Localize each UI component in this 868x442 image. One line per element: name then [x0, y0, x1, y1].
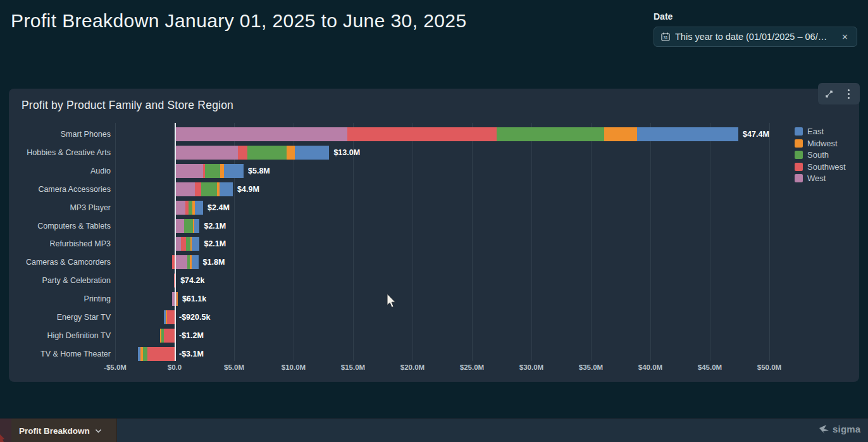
category-label: Audio — [13, 167, 111, 175]
chart-card: Profit by Product Family and Store Regio… — [9, 89, 859, 382]
kebab-menu-icon[interactable] — [840, 85, 857, 102]
bar-segment-southwest[interactable] — [167, 310, 175, 324]
bar-segment-southwest[interactable] — [147, 347, 175, 361]
legend-label: Midwest — [807, 139, 838, 148]
x-gridline — [650, 123, 651, 361]
x-gridline — [591, 123, 592, 361]
x-gridline — [769, 123, 770, 361]
category-label: Energy Star TV — [13, 313, 111, 322]
bar-value-label: -$1.2M — [179, 331, 204, 340]
category-label: Cameras & Camcorders — [13, 258, 111, 267]
bar-segment-west[interactable] — [175, 182, 195, 196]
legend-swatch — [795, 151, 803, 159]
bar-segment-southwest[interactable] — [238, 146, 247, 160]
category-label: MP3 Player — [13, 203, 111, 212]
bar-segment-south[interactable] — [143, 347, 147, 361]
bar-segment-southwest[interactable] — [181, 237, 186, 251]
x-axis-tick-label: $20.0M — [392, 363, 433, 371]
bar-segment-east[interactable] — [192, 255, 199, 269]
expand-icon[interactable] — [821, 85, 838, 102]
date-filter: Date 31 This year to date (01/01/2025 – … — [654, 11, 857, 47]
category-label: Computers & Tablets — [13, 222, 111, 230]
bar-segment-southwest[interactable] — [195, 182, 201, 196]
bar-value-label: $13.0M — [333, 148, 360, 157]
bar-segment-south[interactable] — [497, 127, 604, 141]
category-label: Hobbies & Creative Arts — [13, 148, 111, 157]
date-filter-pill[interactable]: 31 This year to date (01/01/2025 – 06/… … — [654, 27, 857, 47]
bar-segment-midwest[interactable] — [177, 292, 178, 306]
x-axis-tick-label: $40.0M — [630, 363, 671, 371]
x-axis-tick-label: $25.0M — [452, 363, 492, 371]
category-label: Printing — [13, 294, 111, 303]
bar-segment-south[interactable] — [186, 237, 191, 251]
close-icon[interactable]: ✕ — [840, 31, 850, 43]
date-filter-value: This year to date (01/01/2025 – 06/… — [675, 32, 835, 42]
category-label: Smart Phones — [13, 130, 111, 139]
bar-segment-south[interactable] — [184, 219, 193, 233]
category-label: High Definition TV — [13, 331, 111, 340]
sigma-logo: sigma — [818, 424, 860, 434]
legend-label: South — [807, 150, 829, 160]
bar-segment-east[interactable] — [295, 146, 330, 160]
sigma-bird-icon — [818, 424, 831, 434]
bar-segment-east[interactable] — [194, 219, 200, 233]
bar-value-label: $5.8M — [248, 167, 270, 175]
bar-value-label: $2.1M — [204, 222, 226, 230]
bar-segment-south[interactable] — [201, 182, 216, 196]
mouse-cursor — [387, 294, 398, 312]
page-title: Profit Breakdown January 01, 2025 to Jun… — [11, 10, 466, 32]
bar-value-label: $47.4M — [743, 130, 769, 139]
calendar-icon: 31 — [660, 32, 671, 42]
corner-artifact — [0, 433, 8, 442]
legend-swatch — [795, 139, 803, 148]
chart-card-toolbar — [818, 83, 860, 104]
legend-item-southwest[interactable]: Southwest — [795, 162, 846, 172]
x-axis-tick-label: $15.0M — [333, 363, 373, 371]
bar-segment-east[interactable] — [220, 182, 233, 196]
bar-segment-south[interactable] — [247, 146, 287, 160]
legend-label: East — [807, 127, 824, 136]
bar-value-label: $1.8M — [203, 258, 225, 267]
legend-swatch — [795, 127, 803, 136]
svg-text:31: 31 — [663, 35, 668, 40]
legend-item-east[interactable]: East — [795, 127, 846, 136]
legend-item-south[interactable]: South — [795, 150, 846, 160]
x-axis-tick-label: -$5.0M — [95, 363, 135, 371]
category-label: TV & Home Theater — [13, 350, 111, 358]
bar-segment-south[interactable] — [205, 164, 220, 178]
legend-swatch — [795, 163, 803, 171]
bar-segment-midwest[interactable] — [287, 146, 295, 160]
bar-value-label: $4.9M — [237, 185, 259, 194]
bar-segment-west[interactable] — [175, 164, 203, 178]
x-gridline — [472, 123, 473, 361]
category-label: Refurbished MP3 — [13, 239, 111, 248]
x-axis-tick-label: $0.0 — [154, 363, 195, 371]
profit-bar-chart: -$5.0M$0.0$5.0M$10.0M$15.0M$20.0M$25.0M$… — [9, 89, 859, 382]
bar-segment-midwest[interactable] — [604, 127, 638, 141]
x-axis-tick-label: $10.0M — [273, 363, 314, 371]
bar-segment-east[interactable] — [224, 164, 244, 178]
bar-value-label: $74.2k — [180, 276, 204, 285]
bar-segment-west[interactable] — [175, 146, 238, 160]
legend-item-midwest[interactable]: Midwest — [795, 139, 846, 148]
tab-profit-breakdown[interactable]: Profit Breakdown — [11, 419, 117, 442]
bar-segment-southwest[interactable] — [347, 127, 497, 141]
bar-segment-west[interactable] — [175, 255, 187, 269]
bar-segment-east[interactable] — [637, 127, 738, 141]
bar-segment-west[interactable] — [175, 127, 347, 141]
bar-value-label: -$3.1M — [179, 350, 204, 358]
legend-item-west[interactable]: West — [795, 174, 846, 183]
x-gridline — [531, 123, 532, 361]
bar-segment-west[interactable] — [175, 201, 185, 215]
bar-segment-east[interactable] — [192, 237, 199, 251]
footer-bar: Profit Breakdown sigma — [0, 418, 868, 442]
x-axis-tick-label: $50.0M — [749, 363, 790, 371]
bar-value-label: -$920.5k — [179, 313, 210, 322]
bar-segment-southwest[interactable] — [164, 329, 175, 343]
zero-axis-line — [175, 123, 176, 361]
chart-legend: EastMidwestSouthSouthwestWest — [795, 127, 846, 183]
legend-swatch — [795, 174, 803, 182]
date-filter-label: Date — [654, 11, 857, 22]
bar-segment-east[interactable] — [195, 201, 203, 215]
bar-segment-west[interactable] — [175, 219, 184, 233]
